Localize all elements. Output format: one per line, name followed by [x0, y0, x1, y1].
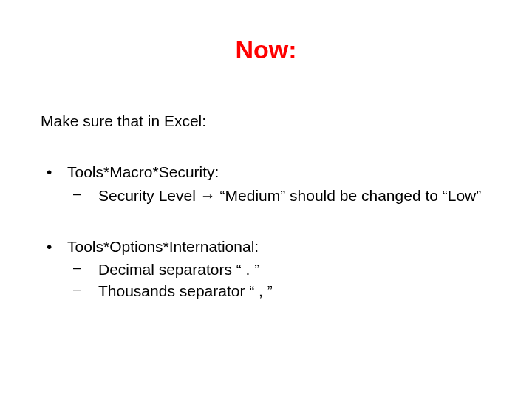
list-subitem: – Thousands separator “ , ” [73, 281, 502, 301]
bullet-dot-icon: • [47, 236, 67, 256]
slide-title: Now: [0, 35, 532, 64]
bullet-dot-icon: • [47, 162, 67, 182]
bullet-text: Tools*Macro*Security: [67, 162, 219, 182]
intro-text: Make sure that in Excel: [41, 111, 502, 131]
bullet-text: Tools*Options*International: [67, 236, 259, 256]
list-item: • Tools*Macro*Security: [41, 162, 502, 182]
list-subitem: – Security Level → “Medium” should be ch… [73, 185, 502, 205]
slide: Now: Make sure that in Excel: • Tools*Ma… [0, 0, 532, 399]
bullet-group-international: • Tools*Options*International: – Decimal… [41, 236, 502, 301]
list-item: • Tools*Options*International: [41, 236, 502, 256]
slide-body: Make sure that in Excel: • Tools*Macro*S… [41, 111, 502, 332]
bullet-group-security: • Tools*Macro*Security: – Security Level… [41, 162, 502, 205]
bullet-text: Decimal separators “ . ” [98, 259, 502, 279]
list-subitem: – Decimal separators “ . ” [73, 259, 502, 279]
bullet-text: Thousands separator “ , ” [98, 281, 502, 301]
bullet-dash-icon: – [73, 259, 98, 279]
bullet-dash-icon: – [73, 185, 98, 205]
bullet-dash-icon: – [73, 281, 98, 301]
bullet-text: Security Level → “Medium” should be chan… [98, 185, 502, 205]
